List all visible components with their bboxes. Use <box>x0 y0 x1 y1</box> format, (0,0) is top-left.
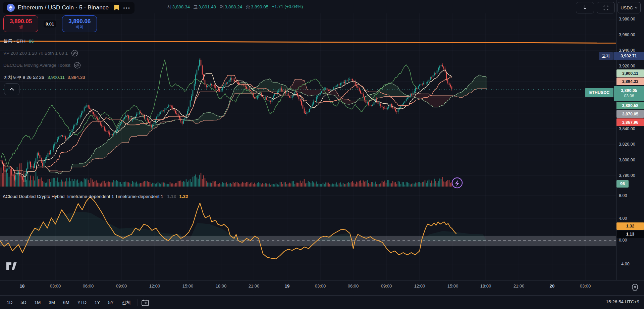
range-button-6m[interactable]: 6M <box>60 298 73 307</box>
time-tick-label: 15:00 <box>447 284 459 289</box>
decode-label: DECODE Moving Average Toolkit <box>3 63 70 68</box>
currency-selector-value: USDC <box>621 5 633 10</box>
price-badge: 3,867.96 <box>616 118 644 126</box>
vp-label: VP 200 200 1 20 70 Both 1 68 1 <box>3 51 68 56</box>
range-button-5d[interactable]: 5D <box>17 298 30 307</box>
oscillator-legend[interactable]: ΔCloud Doubled Crypto Hybrid Timeframe-d… <box>3 194 188 199</box>
time-tick-label: 15:00 <box>182 284 194 289</box>
legend-row-decode[interactable]: DECODE Moving Average Toolkit <box>3 61 85 69</box>
oscillator-badge: 1.32 <box>616 222 644 230</box>
time-tick-label: 06:00 <box>348 284 359 289</box>
range-button-ytd[interactable]: YTD <box>74 298 90 307</box>
axis-tick-label: −4.00 <box>619 262 630 266</box>
go-to-date-button[interactable] <box>141 299 149 306</box>
axis-tick-label: 0.00 <box>619 238 627 243</box>
axis-tick-label: 3,820.00 <box>619 142 635 147</box>
time-tick-label: 03:00 <box>315 284 326 289</box>
symbol-price-label: ETHUSDC <box>585 88 613 97</box>
ohlc-item: 저3,888.24 <box>219 4 242 10</box>
ohlc-item: 종3,890.05 <box>246 4 268 10</box>
more-options-icon[interactable]: ••• <box>123 5 130 11</box>
time-tick-label: 20 <box>550 284 554 289</box>
range-button-1d[interactable]: 1D <box>3 298 16 307</box>
flag-icon[interactable] <box>114 5 119 11</box>
axis-tick-label: 3,920.00 <box>619 64 635 68</box>
indicator-legend: 볼륨 · ETH 96 VP 200 200 1 20 70 Both 1 68… <box>3 37 85 85</box>
legend-row-ichimoku[interactable]: 이치모쿠 9 26 52 26 3,900.11 3,894.33 <box>3 73 85 82</box>
sell-label: 셀 <box>19 25 23 30</box>
chart-canvas[interactable] <box>0 0 644 309</box>
currency-selector[interactable]: USDC <box>618 2 641 13</box>
time-tick-label: 18 <box>20 284 24 289</box>
range-button-5y[interactable]: 5Y <box>105 298 117 307</box>
download-button[interactable] <box>576 2 594 13</box>
tradingview-logo[interactable] <box>5 261 21 271</box>
ohlc-item: 고3,891.48 <box>193 4 216 10</box>
eye-off-icon[interactable] <box>71 50 78 57</box>
time-tick-label: 12:00 <box>149 284 160 289</box>
time-tick-label: 09:00 <box>116 284 127 289</box>
volume-badge: 96 <box>616 180 629 188</box>
volume-value: 96 <box>29 39 34 44</box>
session-clock[interactable]: 15:26:54 UTC+9 <box>606 299 639 304</box>
ichimoku-value-2: 3,894.33 <box>67 75 85 80</box>
trade-panel: 3,890.05 셀 0.01 3,890.06 바이 <box>0 15 97 32</box>
oscillator-badge: 1.13 <box>616 230 644 238</box>
day-high-price-badge: 3,932.71 <box>613 52 644 60</box>
axis-tick-label: 4.00 <box>619 216 627 221</box>
axis-tick-label: 3,800.00 <box>619 158 635 162</box>
legend-row-volume[interactable]: 볼륨 · ETH 96 <box>3 37 85 45</box>
fullscreen-button[interactable] <box>597 2 615 13</box>
buy-price: 3,890.06 <box>68 18 91 25</box>
axis-tick-label: 3,780.00 <box>619 173 635 178</box>
tradingview-chart-window: 3,980.003,960.003,940.003,920.003,840.00… <box>0 0 644 309</box>
ethereum-logo-icon <box>7 4 15 12</box>
symbol-pill[interactable]: Ethereum / USD Coin · 5 · Binance ••• <box>3 2 135 14</box>
time-tick-label: 18:00 <box>480 284 491 289</box>
ichimoku-value-1: 3,900.11 <box>48 75 65 80</box>
last-price-badge: 3,890.0503:06 <box>614 86 644 101</box>
toolbar-divider <box>138 299 138 306</box>
time-tick-label: 12:00 <box>414 284 425 289</box>
buy-button[interactable]: 3,890.06 바이 <box>62 15 97 32</box>
price-badge: 3,894.33 <box>616 78 644 85</box>
volume-label: 볼륨 · ETH <box>3 38 25 44</box>
time-tick-label: 06:00 <box>83 284 94 289</box>
flash-order-icon <box>452 178 462 188</box>
eye-off-icon[interactable] <box>74 62 81 69</box>
time-tick-label: 09:00 <box>381 284 392 289</box>
time-axis-settings-gear-icon[interactable] <box>631 283 639 292</box>
chevron-down-icon <box>635 7 638 9</box>
sell-button[interactable]: 3,890.05 셀 <box>3 15 38 32</box>
price-axis[interactable]: 3,980.003,960.003,940.003,920.003,840.00… <box>616 0 644 280</box>
range-button-1m[interactable]: 1M <box>31 298 44 307</box>
ohlc-item: 시3,888.34 <box>167 4 190 10</box>
time-tick-label: 21:00 <box>249 284 260 289</box>
time-tick-label: 03:00 <box>50 284 61 289</box>
spread-value: 0.01 <box>44 20 56 28</box>
time-axis[interactable]: 1803:0006:0009:0012:0015:0018:0021:00190… <box>0 280 644 296</box>
range-button-전체[interactable]: 전체 <box>118 298 134 307</box>
price-badge: 3,900.11 <box>616 69 644 77</box>
sell-price: 3,890.05 <box>10 18 32 25</box>
axis-tick-label: 3,980.00 <box>619 17 635 21</box>
axis-tick-label: 8.00 <box>619 193 627 198</box>
price-badge: 3,870.05 <box>616 110 644 118</box>
chevron-up-icon <box>9 88 14 91</box>
symbol-title: Ethereum / USD Coin · 5 · Binance <box>18 4 109 11</box>
range-button-3m[interactable]: 3M <box>45 298 58 307</box>
range-button-1y[interactable]: 1Y <box>91 298 104 307</box>
chart-header: Ethereum / USD Coin · 5 · Binance ••• 시3… <box>0 0 644 15</box>
legend-row-vp[interactable]: VP 200 200 1 20 70 Both 1 68 1 <box>3 49 85 57</box>
oscillator-value-1: 1.13 <box>167 194 176 199</box>
day-high-label: 고가 <box>599 52 613 60</box>
buy-label: 바이 <box>75 25 84 30</box>
collapse-legend-button[interactable] <box>4 83 19 95</box>
ohlc-readout: 시3,888.34고3,891.48저3,888.24종3,890.05+1.7… <box>167 4 303 10</box>
oscillator-value-2: 1.32 <box>179 194 188 199</box>
axis-tick-label: 3,960.00 <box>619 33 635 37</box>
axis-tick-label: 3,840.00 <box>619 126 635 131</box>
time-tick-label: 18:00 <box>216 284 227 289</box>
change-value: +1.71 (+0.04%) <box>272 4 303 10</box>
bottom-toolbar: 1D5D1M3M6MYTD1Y5Y전체 15:26:54 UTC+9 <box>0 295 644 309</box>
